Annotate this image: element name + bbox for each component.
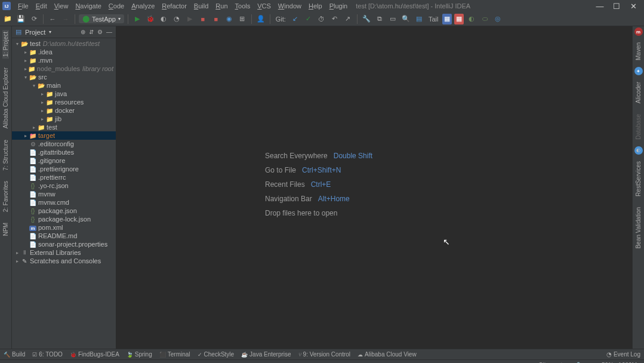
tree-node-test[interactable]: ▸📁test [12,123,116,131]
search-icon[interactable]: 🔍 [400,14,411,24]
push-icon[interactable]: ↗ [343,14,353,24]
bottom-tool-build[interactable]: 🔨Build [4,351,25,358]
tree-node-resources[interactable]: ▸📁resources [12,98,116,106]
tree-node-sonar-project-properties[interactable]: 📄sonar-project.properties [12,240,116,248]
green2-icon[interactable]: ⬭ [479,14,490,24]
left-tool-npm[interactable]: NPM [2,221,9,238]
tree-node--editorconfig[interactable]: ⚙.editorconfig [12,140,116,148]
save-all-icon[interactable]: 💾 [16,14,26,24]
avatar-icon[interactable]: 👤 [255,14,266,24]
bottom-tool-findbugs-idea[interactable]: 🐞FindBugs-IDEA [70,351,119,358]
tree-node-scratches-and-consoles[interactable]: ▸✎Scratches and Consoles [12,257,116,265]
tree-node-mvnw[interactable]: 📄mvnw [12,190,116,198]
minimize-button[interactable]: — [591,2,608,11]
tree-node-pom-xml[interactable]: mpom.xml [12,223,116,232]
refresh-icon[interactable]: ⟳ [29,14,39,24]
commit-icon[interactable]: ✓ [303,14,314,24]
tree-node--prettierignore[interactable]: 📄.prettierignore [12,165,116,173]
tree-node--yo-rc-json[interactable]: {}.yo-rc.json [12,182,116,190]
revert-icon[interactable]: ↶ [329,14,340,24]
bottom-tool-alibaba-cloud-view[interactable]: ☁Alibaba Cloud View [358,351,417,358]
menu-edit[interactable]: Edit [32,2,51,10]
menu-window[interactable]: Window [275,2,305,10]
close-button[interactable]: ✕ [625,2,642,11]
tree-node-java[interactable]: ▸📁java [12,90,116,98]
hide-icon[interactable]: — [106,29,112,35]
left-tool-7--structure[interactable]: 7: Structure [2,138,9,173]
bottom-tool-terminal[interactable]: ⬛Terminal [159,351,190,358]
right-tool-bean[interactable]: Bean Validation [635,205,642,250]
forward-icon[interactable]: → [60,14,71,24]
bottom-tool-checkstyle[interactable]: ✓CheckStyle [198,351,235,358]
attach-icon[interactable]: ▶ [184,14,195,24]
menu-file[interactable]: File [14,2,32,10]
tree-node--idea[interactable]: ▸📁.idea [12,48,116,56]
back-icon[interactable]: ← [47,14,58,24]
hotswap-icon[interactable]: ◉ [224,14,235,24]
blue1-icon[interactable]: ▦ [442,14,452,24]
debug-icon[interactable]: 🐞 [145,14,156,24]
event-log[interactable]: ◔Event Log [606,351,640,358]
tree-node-node-modules[interactable]: ▸📁node_moduleslibrary root [12,64,116,73]
left-tool-1--project[interactable]: 1: Project [2,30,9,59]
menu-run[interactable]: Run [212,2,231,10]
tree-node--gitattributes[interactable]: 📄.gitattributes [12,148,116,156]
menu-navigate[interactable]: Navigate [72,2,104,10]
tree-node-package-json[interactable]: {}package.json [12,207,116,215]
rest-badge[interactable]: ◐ [634,146,643,155]
tree-node-target[interactable]: ▸📁target [12,131,116,140]
menu-view[interactable]: View [51,2,72,10]
maximize-button[interactable]: ☐ [608,2,625,11]
bottom-tool-9--version-control[interactable]: ⑂9: Version Control [298,351,351,358]
wrench-icon[interactable]: 🔧 [361,14,372,24]
bottom-tool-java-enterprise[interactable]: ☕Java Enterprise [241,351,291,358]
menu-tools[interactable]: Tools [232,2,254,10]
stop2-icon[interactable]: ■ [211,14,221,24]
tree-node-test[interactable]: ▾📂testD:\atom.hu\test\test [12,39,116,48]
right-tool-maven[interactable]: Maven [635,41,642,62]
extra-icon[interactable]: ⊞ [237,14,248,24]
tree-node-mvnw-cmd[interactable]: 📄mvnw.cmd [12,198,116,207]
tree-node-jib[interactable]: ▸📁jib [12,115,116,123]
layout-icon[interactable]: ▭ [387,14,398,24]
project-header-label[interactable]: Project [25,29,45,36]
tree-node-main[interactable]: ▾📂main [12,81,116,90]
tree-node--mvn[interactable]: ▸📁.mvn [12,56,116,64]
right-tool-alicoder[interactable]: Alicoder [635,80,642,105]
maven-badge[interactable]: m [634,27,643,36]
run-config-selector[interactable]: ⬤TestApp▾ [79,14,124,23]
stop-icon[interactable]: ■ [198,14,208,24]
bottom-tool-6--todo[interactable]: ☑6: TODO [32,351,63,358]
blue2-icon[interactable]: ◎ [492,14,503,24]
tree-node-package-lock-json[interactable]: {}package-lock.json [12,215,116,223]
red1-icon[interactable]: ▦ [454,14,464,24]
tail-label[interactable]: Tail [429,16,439,23]
collapse-all-icon[interactable]: ⇵ [89,29,94,35]
tool-icon[interactable]: ▤ [414,14,424,24]
tree-node-src[interactable]: ▾📂src [12,73,116,81]
menu-build[interactable]: Build [190,2,212,10]
alicoder-badge[interactable]: ✦ [634,67,643,75]
menu-refactor[interactable]: Refactor [158,2,190,10]
history-icon[interactable]: ⏱ [316,14,327,24]
green1-icon[interactable]: ◐ [466,14,477,24]
tree-node-external-libraries[interactable]: ▸⫴External Libraries [12,248,116,257]
left-tool-2--favorites[interactable]: 2: Favorites [2,179,9,214]
tree-node-readme-md[interactable]: 📄README.md [12,232,116,240]
right-tool-database[interactable]: Database [635,112,642,141]
settings-icon[interactable]: ⚙ [97,29,103,35]
coverage-icon[interactable]: ◐ [158,14,169,24]
menu-plugin[interactable]: Plugin [326,2,352,10]
tree-node--gitignore[interactable]: 📄.gitignore [12,156,116,165]
right-tool-rest[interactable]: RestServices [635,159,642,198]
menu-code[interactable]: Code [105,2,128,10]
profile-icon[interactable]: ◔ [171,14,182,24]
bottom-tool-spring[interactable]: 🍃Spring [127,351,152,358]
menu-analyze[interactable]: Analyze [128,2,158,10]
tree-node--prettierrc[interactable]: 📄.prettierrc [12,173,116,182]
menu-help[interactable]: Help [305,2,326,10]
new-window-icon[interactable]: ⧉ [374,14,385,24]
menu-vcs[interactable]: VCS [254,2,275,10]
left-tool-alibaba-cloud-explorer[interactable]: Alibaba Cloud Explorer [2,66,9,130]
tree-node-docker[interactable]: ▸📁docker [12,106,116,115]
